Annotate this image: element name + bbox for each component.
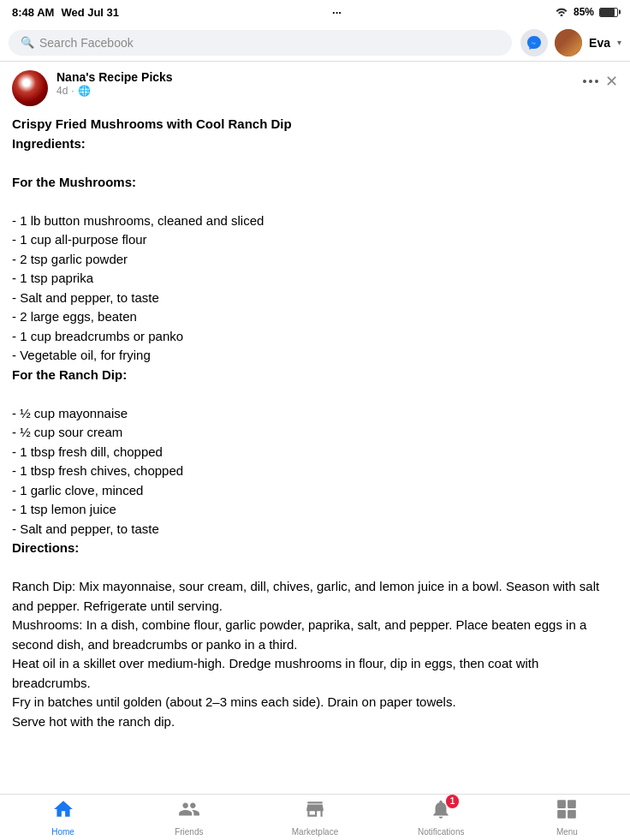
tab-marketplace[interactable]: Marketplace: [252, 795, 377, 840]
post-page-avatar: [12, 70, 48, 106]
post-meta: Nana's Recipe Picks 4d · 🌐: [56, 70, 173, 97]
tab-menu-label: Menu: [556, 827, 578, 837]
friends-icon: [178, 798, 200, 825]
user-avatar[interactable]: [555, 29, 582, 57]
status-bar: 8:48 AM Wed Jul 31 ··· 85%: [0, 0, 630, 24]
notification-badge: 1: [446, 795, 460, 808]
tab-notifications[interactable]: 1 Notifications: [378, 795, 504, 840]
tab-notifications-label: Notifications: [418, 827, 464, 837]
post-container: Nana's Recipe Picks 4d · 🌐 ✕ Crispy Frie…: [0, 62, 630, 794]
svg-rect-0: [558, 800, 567, 808]
svg-rect-1: [568, 800, 576, 808]
mushroom-ingredients: - 1 lb button mushrooms, cleaned and sli…: [12, 192, 618, 384]
time-display: 8:48 AM: [12, 6, 54, 19]
notifications-icon: 1: [430, 798, 452, 825]
recipe-title: Crispy Fried Mushrooms with Cool Ranch D…: [12, 115, 618, 153]
nav-right: Eva ▾: [520, 29, 621, 57]
globe-icon: 🌐: [78, 85, 91, 97]
search-bar[interactable]: 🔍 Search Facebook: [9, 30, 512, 56]
post-header-actions: ✕: [583, 70, 618, 89]
more-options-button[interactable]: [583, 80, 598, 83]
battery-icon: [599, 8, 618, 17]
home-icon: [52, 798, 74, 825]
tab-menu[interactable]: Menu: [504, 795, 630, 840]
date-display: Wed Jul 31: [61, 6, 119, 19]
wifi-icon: [555, 6, 568, 19]
tab-home-label: Home: [51, 827, 74, 837]
svg-rect-3: [568, 810, 576, 819]
chevron-down-icon[interactable]: ▾: [617, 38, 621, 47]
close-button[interactable]: ✕: [605, 74, 618, 89]
tab-marketplace-label: Marketplace: [292, 827, 338, 837]
user-name: Eva: [589, 36, 610, 50]
menu-icon: [556, 798, 578, 825]
mushrooms-header: For the Mushrooms:: [12, 153, 618, 192]
post-content: Crispy Fried Mushrooms with Cool Ranch D…: [0, 111, 630, 743]
dots-indicator: ···: [332, 6, 342, 19]
messenger-icon[interactable]: [520, 29, 548, 57]
post-page-name[interactable]: Nana's Recipe Picks: [56, 70, 173, 84]
tab-home[interactable]: Home: [0, 795, 126, 840]
nav-bar: 🔍 Search Facebook Eva ▾: [0, 24, 630, 62]
tab-friends[interactable]: Friends: [126, 795, 252, 840]
post-subtitle: 4d · 🌐: [56, 85, 173, 97]
dot-separator: ·: [71, 85, 74, 97]
search-placeholder: Search Facebook: [39, 36, 134, 50]
svg-rect-2: [558, 810, 567, 819]
post-header: Nana's Recipe Picks 4d · 🌐 ✕: [0, 62, 630, 111]
battery-percent: 85%: [574, 6, 594, 18]
tab-friends-label: Friends: [175, 827, 203, 837]
directions: Ranch Dip: Mix mayonnaise, sour cream, d…: [12, 558, 618, 732]
search-icon: 🔍: [21, 36, 34, 49]
marketplace-icon: [304, 798, 326, 825]
post-time-ago: 4d: [56, 85, 68, 97]
tab-bar: Home Friends Marketplace 1 Notifications: [0, 794, 630, 840]
ranch-ingredients: - ½ cup mayonnaise - ½ cup sour cream - …: [12, 384, 618, 558]
